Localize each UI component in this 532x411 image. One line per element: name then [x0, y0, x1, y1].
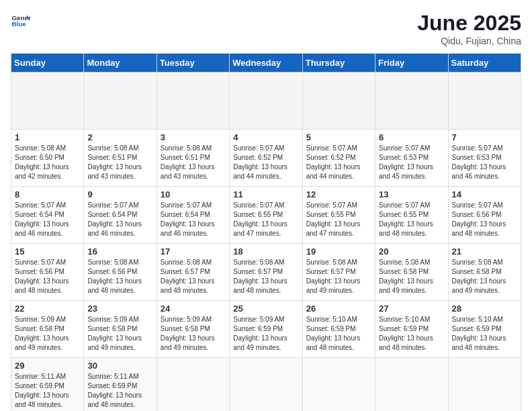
calendar-cell: 18Sunrise: 5:08 AMSunset: 6:57 PMDayligh…: [230, 244, 302, 301]
day-info: Sunrise: 5:08 AMSunset: 6:57 PMDaylight:…: [306, 258, 371, 295]
day-info: Sunrise: 5:07 AMSunset: 6:54 PMDaylight:…: [87, 201, 152, 238]
day-info: Sunrise: 5:10 AMSunset: 6:59 PMDaylight:…: [452, 315, 517, 353]
calendar-subtitle: Qidu, Fujian, China: [417, 36, 521, 46]
day-number: 20: [379, 246, 444, 257]
day-number: 6: [379, 132, 444, 142]
calendar-cell: 30Sunrise: 5:11 AMSunset: 6:59 PMDayligh…: [84, 358, 157, 412]
calendar-cell: [84, 73, 157, 130]
calendar-cell: 5Sunrise: 5:07 AMSunset: 6:52 PMDaylight…: [302, 130, 375, 187]
day-info: Sunrise: 5:09 AMSunset: 6:58 PMDaylight:…: [87, 315, 152, 353]
day-number: 28: [452, 304, 517, 314]
day-number: 10: [161, 189, 226, 199]
day-number: 2: [87, 132, 152, 142]
calendar-cell: 2Sunrise: 5:08 AMSunset: 6:51 PMDaylight…: [84, 130, 157, 187]
day-info: Sunrise: 5:08 AMSunset: 6:58 PMDaylight:…: [452, 258, 517, 295]
calendar-cell: 11Sunrise: 5:07 AMSunset: 6:55 PMDayligh…: [230, 187, 302, 244]
day-info: Sunrise: 5:07 AMSunset: 6:54 PMDaylight:…: [161, 201, 226, 238]
calendar-cell: [375, 358, 448, 412]
day-info: Sunrise: 5:08 AMSunset: 6:57 PMDaylight:…: [161, 258, 226, 295]
calendar-cell: 4Sunrise: 5:07 AMSunset: 6:52 PMDaylight…: [230, 130, 302, 187]
day-info: Sunrise: 5:07 AMSunset: 6:55 PMDaylight:…: [233, 201, 298, 238]
col-saturday: Saturday: [448, 54, 521, 73]
calendar-cell: 17Sunrise: 5:08 AMSunset: 6:57 PMDayligh…: [157, 244, 229, 301]
calendar-week-1: 1Sunrise: 5:08 AMSunset: 6:50 PMDaylight…: [11, 130, 521, 187]
calendar-cell: 7Sunrise: 5:07 AMSunset: 6:53 PMDaylight…: [448, 130, 521, 187]
calendar-cell: 24Sunrise: 5:09 AMSunset: 6:58 PMDayligh…: [157, 301, 229, 358]
calendar-week-3: 15Sunrise: 5:07 AMSunset: 6:56 PMDayligh…: [11, 244, 521, 301]
day-number: 9: [87, 189, 152, 199]
day-info: Sunrise: 5:07 AMSunset: 6:55 PMDaylight:…: [306, 201, 371, 238]
day-info: Sunrise: 5:11 AMSunset: 6:59 PMDaylight:…: [87, 372, 152, 410]
calendar-cell: 26Sunrise: 5:10 AMSunset: 6:59 PMDayligh…: [302, 301, 375, 358]
calendar-cell: 28Sunrise: 5:10 AMSunset: 6:59 PMDayligh…: [448, 301, 521, 358]
day-number: 22: [15, 304, 80, 314]
day-info: Sunrise: 5:08 AMSunset: 6:51 PMDaylight:…: [161, 144, 226, 181]
col-sunday: Sunday: [11, 54, 84, 73]
calendar-cell: 15Sunrise: 5:07 AMSunset: 6:56 PMDayligh…: [11, 244, 84, 301]
day-number: 5: [306, 132, 371, 142]
col-friday: Friday: [375, 54, 448, 73]
calendar-cell: [302, 358, 375, 412]
calendar-cell: 1Sunrise: 5:08 AMSunset: 6:50 PMDaylight…: [11, 130, 84, 187]
calendar-body: 1Sunrise: 5:08 AMSunset: 6:50 PMDaylight…: [11, 73, 521, 412]
calendar-week-0: [11, 73, 521, 130]
header: General Blue June 2025 Qidu, Fujian, Chi…: [11, 11, 521, 46]
day-number: 11: [233, 189, 298, 199]
col-wednesday: Wednesday: [230, 54, 302, 73]
calendar-cell: 21Sunrise: 5:08 AMSunset: 6:58 PMDayligh…: [448, 244, 521, 301]
day-number: 14: [452, 189, 517, 199]
svg-text:Blue: Blue: [12, 20, 27, 28]
day-number: 17: [161, 246, 226, 257]
day-info: Sunrise: 5:09 AMSunset: 6:58 PMDaylight:…: [15, 315, 80, 353]
calendar-cell: [302, 73, 375, 130]
day-number: 1: [15, 132, 80, 142]
col-tuesday: Tuesday: [157, 54, 229, 73]
day-number: 13: [379, 189, 444, 199]
day-info: Sunrise: 5:07 AMSunset: 6:52 PMDaylight:…: [233, 144, 298, 181]
calendar-cell: [448, 73, 521, 130]
day-info: Sunrise: 5:10 AMSunset: 6:59 PMDaylight:…: [306, 315, 371, 353]
day-info: Sunrise: 5:07 AMSunset: 6:54 PMDaylight:…: [15, 201, 80, 238]
day-info: Sunrise: 5:07 AMSunset: 6:53 PMDaylight:…: [452, 144, 517, 181]
calendar-cell: 16Sunrise: 5:08 AMSunset: 6:56 PMDayligh…: [84, 244, 157, 301]
day-number: 23: [87, 304, 152, 314]
calendar-cell: 29Sunrise: 5:11 AMSunset: 6:59 PMDayligh…: [11, 358, 84, 412]
calendar-cell: [11, 73, 84, 130]
day-info: Sunrise: 5:07 AMSunset: 6:52 PMDaylight:…: [306, 144, 371, 181]
calendar-cell: 13Sunrise: 5:07 AMSunset: 6:55 PMDayligh…: [375, 187, 448, 244]
col-thursday: Thursday: [302, 54, 375, 73]
day-number: 8: [15, 189, 80, 199]
calendar-cell: 20Sunrise: 5:08 AMSunset: 6:58 PMDayligh…: [375, 244, 448, 301]
calendar-week-4: 22Sunrise: 5:09 AMSunset: 6:58 PMDayligh…: [11, 301, 521, 358]
calendar-cell: [230, 73, 302, 130]
calendar-cell: 22Sunrise: 5:09 AMSunset: 6:58 PMDayligh…: [11, 301, 84, 358]
day-info: Sunrise: 5:10 AMSunset: 6:59 PMDaylight:…: [379, 315, 444, 353]
calendar-cell: [375, 73, 448, 130]
day-number: 18: [233, 246, 298, 257]
day-info: Sunrise: 5:08 AMSunset: 6:56 PMDaylight:…: [87, 258, 152, 295]
day-number: 30: [87, 361, 152, 371]
day-number: 3: [161, 132, 226, 142]
day-info: Sunrise: 5:08 AMSunset: 6:51 PMDaylight:…: [87, 144, 152, 181]
calendar-cell: [230, 358, 302, 412]
day-info: Sunrise: 5:07 AMSunset: 6:55 PMDaylight:…: [379, 201, 444, 238]
calendar-cell: 27Sunrise: 5:10 AMSunset: 6:59 PMDayligh…: [375, 301, 448, 358]
day-info: Sunrise: 5:11 AMSunset: 6:59 PMDaylight:…: [15, 372, 80, 410]
day-info: Sunrise: 5:09 AMSunset: 6:58 PMDaylight:…: [161, 315, 226, 353]
day-number: 26: [306, 304, 371, 314]
header-row: Sunday Monday Tuesday Wednesday Thursday…: [11, 54, 521, 73]
calendar-cell: 8Sunrise: 5:07 AMSunset: 6:54 PMDaylight…: [11, 187, 84, 244]
calendar-cell: 10Sunrise: 5:07 AMSunset: 6:54 PMDayligh…: [157, 187, 229, 244]
calendar-cell: 6Sunrise: 5:07 AMSunset: 6:53 PMDaylight…: [375, 130, 448, 187]
day-number: 24: [161, 304, 226, 314]
day-number: 7: [452, 132, 517, 142]
day-info: Sunrise: 5:08 AMSunset: 6:50 PMDaylight:…: [15, 144, 80, 181]
day-number: 21: [452, 246, 517, 257]
calendar-cell: [157, 358, 229, 412]
title-area: June 2025 Qidu, Fujian, China: [417, 11, 521, 46]
logo: General Blue: [11, 11, 31, 31]
calendar-cell: 19Sunrise: 5:08 AMSunset: 6:57 PMDayligh…: [302, 244, 375, 301]
day-number: 4: [233, 132, 298, 142]
day-number: 12: [306, 189, 371, 199]
calendar-cell: 23Sunrise: 5:09 AMSunset: 6:58 PMDayligh…: [84, 301, 157, 358]
